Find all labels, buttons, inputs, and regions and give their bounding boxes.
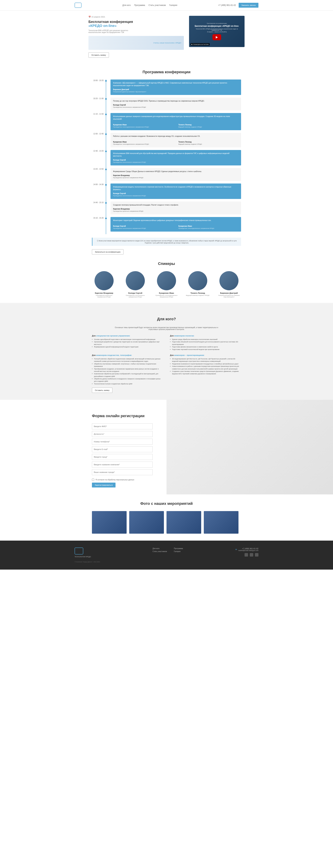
facebook-icon[interactable] xyxy=(244,553,248,557)
speaker-card: Кукаренко ИванРуководитель топогеодезиче… xyxy=(154,271,179,298)
audience-item: Основы однообразной подготовки и автомат… xyxy=(92,338,163,341)
footer-nav-signup[interactable]: Стать участником xyxy=(153,551,167,552)
timeline-dot-icon xyxy=(105,151,107,152)
site-footer: ТЕХНОЛОГИИ КРЕДО © Компания "Кредо-Диало… xyxy=(0,540,333,569)
audience-item: 3D-моделирование ЦМ Местности, ЦМ Геолог… xyxy=(170,358,241,363)
schedule-item: 14:40 - 15:10Создание генплана промышлен… xyxy=(106,202,241,217)
speaker-role: Генеральный директор компании «ЭД инжини… xyxy=(217,294,241,298)
leave-request-button-2[interactable]: Оставить заявку xyxy=(92,388,112,393)
audience-item: Новые возможности работы с данными посре… xyxy=(170,365,241,370)
speaker-card: Бирюков ДмитрийГенеральный директор комп… xyxy=(217,271,241,298)
company-input[interactable] xyxy=(92,462,153,467)
speaker-role: Ведущий инженер-геодезист КРЕДО xyxy=(186,294,210,296)
gallery-photo[interactable] xyxy=(166,511,201,534)
avatar xyxy=(95,271,113,290)
audience-heading: Для инженеров – проектировщиков: xyxy=(170,354,241,356)
audience-item: Полный комплекс обработки геодезических … xyxy=(92,358,163,363)
gallery-photo[interactable] xyxy=(92,511,127,534)
schedule-item: 10:00 - 10:20Компания «ЭД инжиниринг» — … xyxy=(106,80,241,98)
consent-checkbox[interactable] xyxy=(92,478,94,481)
nav-for-whom[interactable]: Для кого xyxy=(123,4,131,6)
schedule-card: Использование BIM-технологий для обустро… xyxy=(110,150,241,165)
schedule-time: 12:00 - 12:40 xyxy=(92,133,104,135)
schedule-time: 14:40 - 15:10 xyxy=(92,202,104,204)
submit-button[interactable]: Зарегистрироваться xyxy=(92,483,115,488)
speaker-card: Коледа СергейРуководитель геологического… xyxy=(123,271,147,298)
audience-item: Подготовка объемной геологической модели… xyxy=(170,341,241,346)
audience-item: Разделение возможности проектирования пл… xyxy=(170,363,241,365)
schedule-card: Формирование Среды Общих Данных в компле… xyxy=(110,168,241,181)
footer-logo[interactable] xyxy=(74,548,83,555)
request-call-button[interactable]: Заказать звонок xyxy=(239,3,259,8)
speaker-role: Руководитель проектного направления КРЕД… xyxy=(92,294,116,298)
play-icon xyxy=(212,34,221,40)
audience-item: Организация разработки и дежурства терри… xyxy=(92,341,163,346)
leave-request-button[interactable]: Оставить заявку xyxy=(89,53,109,58)
avatar xyxy=(157,271,176,290)
conference-signup-button[interactable]: Записаться на конференцию xyxy=(92,249,124,254)
schedule-item: 12:00 - 12:40Работа с разными системами … xyxy=(106,133,241,150)
speaker-role: Руководитель топогеодезического направле… xyxy=(154,294,179,298)
position-input[interactable] xyxy=(92,431,153,437)
speakers-title: Спикеры xyxy=(92,261,241,266)
footer-nav-for-whom[interactable]: Для кого xyxy=(153,548,167,550)
video-preview[interactable]: Приглашение на конференцию Бесплатная ко… xyxy=(189,16,244,47)
schedule-item: 13:20 - 13:50Формирование Среды Общих Да… xyxy=(106,168,241,184)
avatar xyxy=(220,271,238,290)
nav-signup[interactable]: Стать участником xyxy=(148,4,166,6)
audience-item: Формирование единой информационной модел… xyxy=(92,346,163,348)
main-nav: Для кого Программа Стать участником Гале… xyxy=(123,4,177,6)
schedule-time: 10:20 - 11:00 xyxy=(92,98,104,99)
mail-icon: ✉ xyxy=(235,549,237,551)
youtube-icon[interactable] xyxy=(250,553,253,557)
timeline-dot-icon xyxy=(105,80,107,82)
speaker-name: Кукаренко Иван xyxy=(154,292,179,294)
footer-nav-program[interactable]: Программа xyxy=(174,548,183,550)
audience-heading: Для инженеров-геодезистов, топографов: xyxy=(92,354,163,356)
copyright: © Компания "Кредо-Диалог", 2012-2021 xyxy=(74,561,100,563)
audience-item: Обработка данных мобильного и воздушного… xyxy=(92,378,163,383)
timeline-dot-icon xyxy=(105,168,107,170)
footer-email[interactable]: market@credo-dialogue.com xyxy=(238,550,259,551)
gallery-photo[interactable] xyxy=(129,511,164,534)
audience-item: Обработка спутниковых измерений, получен… xyxy=(92,363,163,368)
audience-block: Для инженеров-геологов:Единая среда обра… xyxy=(170,335,241,351)
speaker-name: Тенюго Леонид xyxy=(186,292,210,294)
registration-form: Я согласен на обработку персональных дан… xyxy=(92,424,153,488)
hero-banner: Учитесь новым технологиям с КРЕДО! xyxy=(89,36,184,50)
timeline-dot-icon xyxy=(105,218,107,219)
speaker-name: Коледа Сергей xyxy=(123,292,147,294)
schedule-time: 10:00 - 10:20 xyxy=(92,80,104,82)
phone-input[interactable] xyxy=(92,439,153,444)
schedule-time: 14:00 - 14:30 xyxy=(92,184,104,185)
speaker-card: Карелин ВладимирРуководитель проектного … xyxy=(92,271,116,298)
nav-program[interactable]: Программа xyxy=(134,4,145,6)
form-bg-image xyxy=(166,400,333,494)
audience-item: Комплексная обработка растровых изображе… xyxy=(92,373,163,378)
email-input[interactable] xyxy=(92,446,153,452)
hero-title: Бесплатная конференция «КРЕДО on-line» xyxy=(89,20,184,28)
schedule-card: Компания «ЭД инжиниринг» — официальный п… xyxy=(110,80,241,95)
audience-block: Для инженеров-геодезистов, топографов:По… xyxy=(92,354,163,385)
footer-phone[interactable]: +7 (499) 961-61-02 xyxy=(238,548,259,550)
gallery-title: Фото с наших мероприятий xyxy=(92,501,241,506)
city-input[interactable] xyxy=(92,454,153,460)
header-phone[interactable]: +7 (499) 961-61-02 xyxy=(218,4,236,6)
fio-input[interactable] xyxy=(92,424,153,429)
schedule-item: 14:00 - 14:30Информационная модель геоло… xyxy=(106,184,241,202)
gallery-photo[interactable] xyxy=(204,511,238,534)
vk-icon[interactable] xyxy=(255,553,259,557)
consent-row[interactable]: Я согласен на обработку персональных дан… xyxy=(92,478,153,481)
city2-input[interactable] xyxy=(92,469,153,475)
audience-grid: Для специалистов органов управления:Осно… xyxy=(92,335,241,385)
schedule-time: 15:10 - 15:20 xyxy=(92,217,104,219)
speaker-card: Тенюго ЛеонидВедущий инженер-геодезист К… xyxy=(186,271,210,298)
footer-nav-gallery[interactable]: Галерея xyxy=(174,551,183,552)
schedule-time: 13:20 - 13:50 xyxy=(92,168,104,170)
schedule-card: Создание генплана промышленной площадки.… xyxy=(110,202,241,214)
logo[interactable] xyxy=(74,3,81,8)
audience-title: Для кого? xyxy=(92,317,241,321)
audience-heading: Для инженеров-геологов: xyxy=(170,335,241,337)
nav-gallery[interactable]: Галерея xyxy=(169,4,177,6)
avatar xyxy=(188,271,207,290)
